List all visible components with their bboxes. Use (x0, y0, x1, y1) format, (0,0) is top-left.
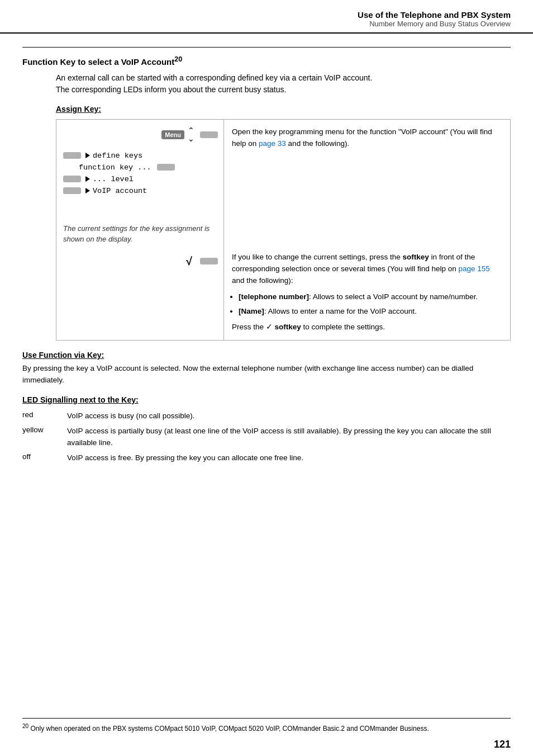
softkey-right-2[interactable] (157, 164, 175, 171)
diagram-right-bottom-text: If you like to change the current settin… (232, 252, 502, 333)
footnote-content: Only when operated on the PBX systems CO… (30, 725, 429, 733)
use-function-text: By pressing the key a VoIP account is se… (22, 363, 511, 386)
function-key-text: function key ... (79, 163, 151, 172)
check-row: √ (63, 255, 218, 268)
down-arrow-icon: ⌄ (188, 135, 194, 143)
led-row-yellow: yellow VoIP access is partially busy (at… (22, 424, 511, 451)
use-function-label: Use Function via Key: (22, 351, 511, 360)
softkey-left-3[interactable] (63, 187, 81, 194)
bullet-item-1: [telephone number]: Allows to select a V… (239, 291, 502, 303)
bullet-list: [telephone number]: Allows to select a V… (239, 291, 502, 318)
voip-account-text: VoIP account (93, 187, 147, 195)
softkey-right-3[interactable] (200, 258, 218, 264)
level-text: ... level (93, 175, 134, 183)
header-title: Use of the Telephone and PBX System (22, 10, 511, 20)
led-desc-red: VoIP access is busy (no call possible). (67, 409, 511, 424)
intro-line1: An external call can be started with a c… (56, 72, 511, 84)
function-key-row: function key ... (79, 163, 218, 172)
bullet1-label: [telephone number] (239, 292, 309, 301)
led-desc-yellow: VoIP access is partially busy (at least … (67, 424, 511, 451)
footnote-ref: 20 (174, 55, 182, 63)
level-row: ... level (63, 175, 218, 183)
section-title-text: Function Key to select a VoIP Account (22, 57, 174, 67)
check-symbol-inline: ✓ (266, 323, 273, 331)
intro-line2: The corresponding LEDs inform you about … (56, 84, 511, 96)
right-text-1: Open the key programming menu for the fu… (232, 127, 492, 148)
softkey-left-1[interactable] (63, 152, 81, 159)
header-subtitle: Number Memory and Busy Status Overview (22, 20, 511, 28)
bullet1-text: : Allows to select a VoIP account by nam… (309, 292, 478, 301)
page-header: Use of the Telephone and PBX System Numb… (0, 0, 533, 34)
led-color-yellow: yellow (22, 424, 67, 451)
footnote-text: 20 Only when operated on the PBX systems… (22, 722, 511, 734)
softkey-left-2[interactable] (63, 176, 81, 182)
led-desc-off: VoIP access is free. By pressing the key… (67, 451, 511, 466)
bullet2-text: : Allows to enter a name for the VoIP ac… (264, 307, 417, 315)
led-table: red VoIP access is busy (no call possibl… (22, 409, 511, 466)
arrow-icon-1 (85, 153, 90, 158)
bullet-item-2: [Name]: Allows to enter a name for the V… (239, 306, 502, 317)
use-function-section: Use Function via Key: By pressing the ke… (22, 351, 511, 386)
page-number: 121 (494, 739, 511, 750)
check-text-right: Press the ✓ softkey to complete the sett… (232, 322, 502, 333)
led-row-off: off VoIP access is free. By pressing the… (22, 451, 511, 466)
arrow-icon-3 (85, 188, 90, 193)
section-intro: An external call can be started with a c… (56, 72, 511, 96)
led-color-red: red (22, 409, 67, 424)
page33-link[interactable]: page 33 (259, 139, 286, 148)
softkey-right-1[interactable] (200, 131, 218, 138)
up-arrow-icon: ⌃ (188, 126, 194, 135)
checkmark-icon: √ (186, 255, 192, 268)
diagram-left: Menu ⌃ ⌄ define keys function key ... (56, 120, 224, 340)
diagram-right-top-text: Open the key programming menu for the fu… (232, 126, 502, 150)
arrow-icon-2 (85, 176, 90, 182)
voip-account-row: VoIP account (63, 187, 218, 195)
led-section: LED Signalling next to the Key: red VoIP… (22, 395, 511, 466)
menu-row: Menu ⌃ ⌄ (63, 126, 218, 144)
footnote-bar: 20 Only when operated on the PBX systems… (22, 718, 511, 734)
right-bottom-intro: If you like to change the current settin… (232, 253, 490, 285)
menu-button[interactable]: Menu (161, 130, 184, 139)
main-content: Function Key to select a VoIP Account20 … (0, 34, 533, 488)
page155-link[interactable]: page 155 (458, 264, 489, 273)
nav-arrows: ⌃ ⌄ (188, 126, 194, 144)
led-row-red: red VoIP access is busy (no call possibl… (22, 409, 511, 424)
assign-key-label: Assign Key: (56, 105, 511, 114)
bullet2-label: [Name] (239, 307, 264, 315)
led-color-off: off (22, 451, 67, 466)
define-keys-text: define keys (93, 152, 142, 160)
diagram-right: Open the key programming menu for the fu… (224, 120, 510, 340)
settings-italic-text: The current settings for the key assignm… (63, 223, 218, 245)
section-title: Function Key to select a VoIP Account20 (22, 47, 511, 67)
diagram-box: Menu ⌃ ⌄ define keys function key ... (56, 119, 511, 341)
footnote-number: 20 (22, 723, 28, 729)
led-label: LED Signalling next to the Key: (22, 395, 511, 404)
define-keys-row: define keys (63, 152, 218, 160)
